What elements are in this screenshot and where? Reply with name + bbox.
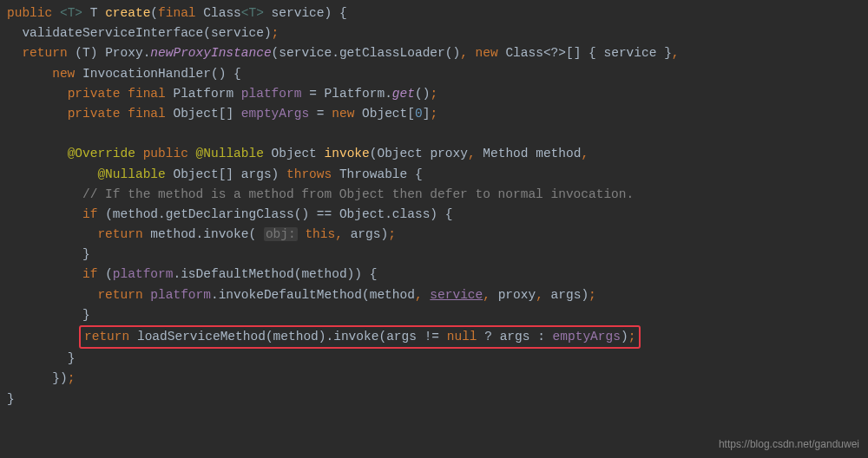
anno-Override: @Override — [68, 147, 135, 160]
line-6: private final Object[] emptyArgs = new O… — [68, 107, 437, 121]
method-isDefaultMethod: isDefaultMethod — [181, 267, 294, 281]
line-16: } — [82, 308, 90, 322]
keyword-throws: throws — [286, 167, 332, 181]
field-platform: platform — [150, 288, 211, 302]
field-platform: platform — [241, 87, 302, 101]
op-neq: != — [424, 330, 439, 344]
keyword-return: return — [97, 227, 142, 241]
line-9: @Nullable Object[] args) throws Throwabl… — [97, 167, 422, 181]
op-ternary-q: ? — [484, 330, 492, 344]
param-proxy: proxy — [430, 147, 468, 160]
param-method: method — [536, 147, 581, 160]
keyword-public: public — [143, 147, 188, 160]
field-platform: platform — [113, 267, 174, 281]
watermark-text: https://blog.csdn.net/ganduwei — [719, 436, 859, 453]
line-19: }); — [52, 371, 75, 385]
line-1: public <T> T create(final Class<T> servi… — [7, 6, 347, 20]
keyword-if: if — [82, 267, 97, 281]
method-newProxyInstance: newProxyInstance — [150, 46, 271, 60]
line-5: private final Platform platform = Platfo… — [68, 87, 437, 101]
keyword-final: final — [128, 87, 166, 101]
keyword-new: new — [52, 67, 75, 81]
param-service: service — [272, 6, 325, 20]
line-3: return (T) Proxy.newProxyInstance(servic… — [22, 46, 679, 60]
type-Platform: Platform — [173, 87, 233, 101]
line-4: new InvocationHandler() { — [52, 67, 241, 81]
keyword-if: if — [82, 207, 97, 221]
line-12: return method.invoke( obj: this, args); — [97, 227, 395, 241]
type-Object: Object — [173, 107, 218, 121]
keyword-return: return — [97, 288, 142, 302]
method-invoke: invoke — [333, 330, 378, 344]
line-11: if (method.getDeclaringClass() == Object… — [82, 207, 452, 221]
keyword-final: final — [158, 6, 196, 20]
keyword-private: private — [68, 87, 121, 101]
type-Class: Class — [203, 6, 241, 20]
op-ternary-colon: : — [537, 330, 545, 344]
type-Method: Method — [483, 147, 528, 160]
code-block: public <T> T create(final Class<T> servi… — [7, 3, 861, 409]
method-loadServiceMethod: loadServiceMethod — [137, 330, 266, 344]
keyword-final: final — [128, 107, 166, 121]
highlighted-return-line: return loadServiceMethod(method).invoke(… — [79, 325, 641, 349]
param-hint-obj: obj: — [264, 227, 298, 241]
keyword-return: return — [22, 46, 67, 60]
type-Throwable: Throwable — [339, 167, 407, 181]
keyword-return: return — [84, 330, 129, 344]
num-zero: 0 — [415, 107, 423, 121]
generic-lt: < — [60, 6, 68, 20]
method-invoke: invoke — [325, 147, 370, 160]
line-2: validateServiceInterface(service); — [22, 26, 279, 40]
method-getClassLoader: getClassLoader — [339, 46, 445, 60]
anno-Nullable: @Nullable — [97, 167, 165, 181]
method-invokeDefaultMethod: invokeDefaultMethod — [219, 288, 362, 302]
line-18: } — [68, 351, 76, 365]
field-emptyArgs: emptyArgs — [241, 107, 309, 121]
keyword-new: new — [332, 107, 354, 121]
type-Object: Object — [272, 147, 317, 160]
line-15: return platform.invokeDefaultMethod(meth… — [97, 288, 595, 302]
anno-Nullable: @Nullable — [196, 147, 264, 160]
call-validateServiceInterface: validateServiceInterface — [22, 26, 203, 40]
keyword-private: private — [68, 107, 121, 121]
keyword-null: null — [447, 330, 477, 344]
line-13: } — [82, 247, 90, 261]
line-8: @Override public @Nullable Object invoke… — [68, 147, 589, 160]
comment-line: // If the method is a method from Object… — [82, 187, 634, 201]
return-type: T — [90, 6, 98, 20]
line-14: if (platform.isDefaultMethod(method)) { — [82, 267, 377, 281]
type-InvocationHandler: InvocationHandler — [82, 67, 211, 81]
line-10: // If the method is a method from Object… — [82, 187, 634, 201]
keyword-public: public — [7, 6, 52, 20]
class-Proxy: Proxy — [105, 46, 143, 60]
param-args: args — [241, 167, 272, 181]
keyword-new: new — [476, 46, 498, 60]
line-20: } — [7, 392, 15, 406]
method-create: create — [105, 6, 150, 20]
generic-gt: > — [75, 6, 82, 20]
type-Class-array: Class<?>[] — [505, 46, 581, 60]
method-invoke: invoke — [203, 227, 248, 241]
var-service: service — [430, 288, 483, 302]
op-eqeq: == — [317, 207, 332, 221]
method-getDeclaringClass: getDeclaringClass — [166, 207, 294, 221]
field-emptyArgs: emptyArgs — [553, 330, 621, 344]
keyword-this: this — [305, 227, 335, 241]
method-get: get — [392, 87, 415, 101]
